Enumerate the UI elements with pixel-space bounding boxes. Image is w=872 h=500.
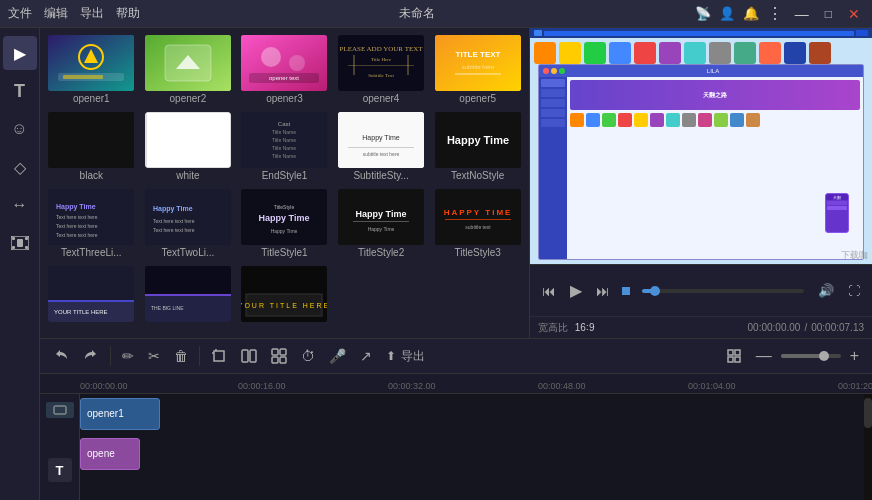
play-button[interactable]: ▶	[566, 279, 586, 302]
template-opener5[interactable]: TITLE TEXT subtitle here opener5	[430, 32, 525, 107]
svg-text:TITLE TEXT: TITLE TEXT	[455, 50, 500, 59]
template-thumb-opener3: opener text	[241, 35, 327, 91]
template-titlestyle1[interactable]: TitleStyle Happy Time Happy Time TitleSt…	[237, 186, 332, 261]
zoom-in-button[interactable]: +	[845, 345, 864, 367]
svg-text:Title Name: Title Name	[272, 153, 296, 159]
template-white[interactable]: white	[141, 109, 236, 184]
timeline-scrollbar[interactable]	[864, 394, 872, 500]
sidebar-icon-transition[interactable]: ↔	[3, 188, 37, 222]
edit-button[interactable]: ✏	[117, 345, 139, 367]
template-row4a[interactable]: YOUR TITLE HERE	[44, 263, 139, 327]
menu-edit[interactable]: 编辑	[44, 5, 68, 22]
template-subtitlestyle[interactable]: Happy Time subtitle text here SubtitleSt…	[334, 109, 429, 184]
close-button[interactable]: ✕	[844, 6, 864, 22]
step-backward-button[interactable]: ⏮	[538, 281, 560, 301]
template-label-opener4: opener4	[338, 93, 424, 104]
track-control-icon-2[interactable]: T	[48, 458, 72, 482]
template-opener1[interactable]: opener1	[44, 32, 139, 107]
titlebar-menus: 文件 编辑 导出 帮助	[8, 5, 140, 22]
template-row4c[interactable]: YOUR TITLE HERE	[237, 263, 332, 327]
left-column: opener1 opener2	[40, 28, 872, 500]
redo-button[interactable]	[78, 345, 104, 367]
sidebar-icon-shape[interactable]: ◇	[3, 150, 37, 184]
template-titlestyle3[interactable]: HAPPY TIME subtitle text TitleStyle3	[430, 186, 525, 261]
video-track-row: opener1	[80, 394, 864, 434]
total-time: 00:00:07.13	[811, 322, 864, 333]
user-icon[interactable]: 👤	[719, 6, 735, 21]
cut-button[interactable]: ✂	[143, 345, 165, 367]
transition-arrow-button[interactable]: ↗	[355, 345, 377, 367]
video-clip-opener1[interactable]: opener1	[80, 398, 160, 430]
export-button[interactable]: ⬆ 导出	[381, 345, 430, 368]
menu-help[interactable]: 帮助	[116, 5, 140, 22]
text-track-content[interactable]: opene	[80, 434, 864, 474]
zoom-out-button[interactable]: —	[751, 345, 777, 367]
svg-text:Text here text here: Text here text here	[153, 227, 195, 233]
sidebar-icon-film[interactable]	[3, 226, 37, 260]
ruler-mark-2: 00:00:32.00	[388, 381, 436, 391]
template-thumb-row4b: THE BIG LINE	[145, 266, 231, 322]
svg-rect-60	[353, 221, 409, 222]
clock-button[interactable]: ⏱	[296, 345, 320, 367]
track-control-icon-1[interactable]	[46, 402, 74, 418]
text-clip-opene[interactable]: opene	[80, 438, 140, 470]
template-black[interactable]: black	[44, 109, 139, 184]
svg-text:Text here text here: Text here text here	[153, 218, 195, 224]
sidebar-icon-text[interactable]: T	[3, 74, 37, 108]
menu-export[interactable]: 导出	[80, 5, 104, 22]
preview-panel: LILA	[530, 28, 872, 338]
ruler-mark-5: 00:01:20.00	[838, 381, 872, 391]
bell-icon[interactable]: 🔔	[743, 6, 759, 21]
svg-rect-3	[25, 237, 28, 240]
template-titlestyle2[interactable]: Happy Time Happy Time TitleStyle2	[334, 186, 429, 261]
fullscreen-button[interactable]: ⛶	[844, 282, 864, 300]
svg-text:THE BIG LINE: THE BIG LINE	[151, 305, 184, 311]
svg-rect-26	[435, 35, 521, 91]
sidebar-icon-face[interactable]: ☺	[3, 112, 37, 146]
template-label-textnostyle: TextNoStyle	[435, 170, 521, 181]
svg-text:Text here text here: Text here text here	[56, 214, 98, 220]
template-label-titlestyle3: TitleStyle3	[435, 247, 521, 258]
template-label-titlestyle2: TitleStyle2	[338, 247, 424, 258]
template-label-opener5: opener5	[435, 93, 521, 104]
template-thumb-titlestyle1: TitleStyle Happy Time Happy Time	[241, 189, 327, 245]
fit-button[interactable]	[721, 345, 747, 367]
template-opener4[interactable]: PLEASE ADD YOUR TEXT Title Here Subtitle…	[334, 32, 429, 107]
template-opener3[interactable]: opener text opener3	[237, 32, 332, 107]
template-endstyle1[interactable]: Cast Title Name Title Name Title Name Ti…	[237, 109, 332, 184]
video-track-content[interactable]: opener1	[80, 394, 864, 434]
progress-bar[interactable]	[642, 289, 804, 293]
svg-rect-30	[48, 112, 134, 168]
delete-button[interactable]: 🗑	[169, 345, 193, 367]
template-texttwo[interactable]: Happy Time Text here text here Text here…	[141, 186, 236, 261]
maximize-button[interactable]: □	[821, 7, 836, 21]
ruler-mark-1: 00:00:16.00	[238, 381, 286, 391]
template-textthree[interactable]: Happy Time Text here text here Text here…	[44, 186, 139, 261]
zoom-slider[interactable]	[781, 354, 841, 358]
grid-button[interactable]	[266, 345, 292, 367]
template-opener2[interactable]: opener2	[141, 32, 236, 107]
step-forward-button[interactable]: ⏭	[592, 281, 614, 301]
split-button[interactable]	[236, 345, 262, 367]
undo-button[interactable]	[48, 345, 74, 367]
volume-button[interactable]: 🔊	[814, 281, 838, 300]
sidebar-icon-play[interactable]: ▶	[3, 36, 37, 70]
template-thumb-row4a: YOUR TITLE HERE	[48, 266, 134, 322]
template-grid: opener1 opener2	[40, 28, 529, 331]
template-label-endstyle1: EndStyle1	[241, 170, 327, 181]
template-thumb-texttwo: Happy Time Text here text here Text here…	[145, 189, 231, 245]
mic-button[interactable]: 🎤	[324, 345, 351, 367]
crop-button[interactable]	[206, 345, 232, 367]
more-icon[interactable]: ⋮	[767, 4, 783, 23]
template-label-texttwo: TextTwoLi...	[145, 247, 231, 258]
svg-rect-19	[338, 35, 424, 91]
svg-rect-78	[242, 350, 248, 362]
template-panel: opener1 opener2	[40, 28, 530, 338]
template-row4b[interactable]: THE BIG LINE	[141, 263, 236, 327]
template-label-subtitlestyle: SubtitleSty...	[338, 170, 424, 181]
menu-file[interactable]: 文件	[8, 5, 32, 22]
minimize-button[interactable]: —	[791, 6, 813, 22]
svg-rect-88	[54, 406, 66, 414]
template-textnostyle[interactable]: Happy Time TextNoStyle	[430, 109, 525, 184]
aspect-ratio-text: 宽高比	[538, 322, 568, 333]
